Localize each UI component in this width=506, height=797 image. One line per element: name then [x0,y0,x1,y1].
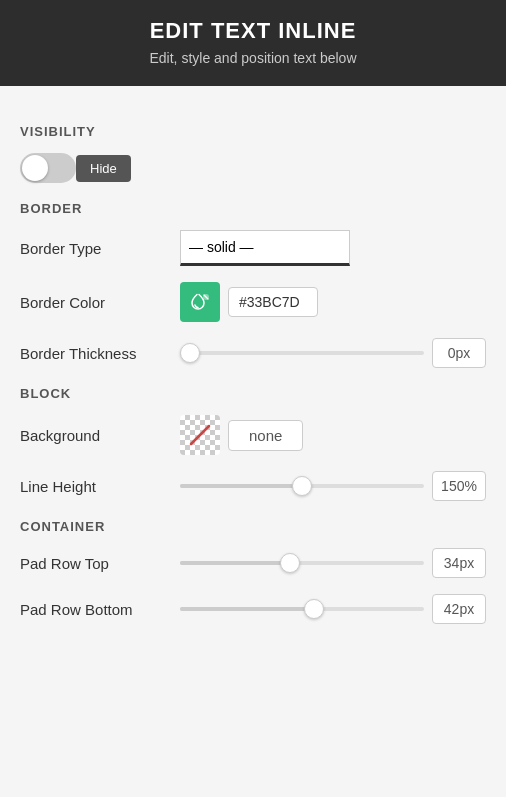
border-color-swatch[interactable] [180,282,220,322]
pad-row-top-fill [180,561,290,565]
line-height-controls: 150% [180,471,486,501]
line-height-fill [180,484,302,488]
pad-row-bottom-controls: 42px [180,594,486,624]
border-thickness-slider-wrapper [180,351,424,355]
border-color-row: Border Color #33BC7D [20,282,486,322]
background-label: Background [20,427,180,444]
page-title: EDIT TEXT INLINE [20,18,486,44]
line-height-label: Line Height [20,478,180,495]
section-block: BLOCK [20,386,486,401]
border-color-label: Border Color [20,294,180,311]
border-type-label: Border Type [20,240,180,257]
page-subtitle: Edit, style and position text below [20,50,486,66]
pad-row-top-value: 34px [432,548,486,578]
border-type-controls: — solid — dashed dotted none [180,230,486,266]
line-height-slider-wrapper [180,484,424,488]
pad-row-top-track[interactable] [180,561,424,565]
svg-line-1 [191,426,209,444]
border-thickness-thumb[interactable] [180,343,200,363]
pad-row-bottom-thumb[interactable] [304,599,324,619]
pad-row-bottom-row: Pad Row Bottom 42px [20,594,486,624]
border-type-wrapper: — solid — dashed dotted none [180,230,350,266]
pad-row-bottom-track[interactable] [180,607,424,611]
border-thickness-value: 0px [432,338,486,368]
pad-row-top-label: Pad Row Top [20,555,180,572]
line-height-row: Line Height 150% [20,471,486,501]
pad-row-bottom-fill [180,607,314,611]
border-thickness-track[interactable] [180,351,424,355]
visibility-toggle[interactable] [20,153,76,183]
line-height-value: 150% [432,471,486,501]
toggle-knob [22,155,48,181]
section-container: CONTAINER [20,519,486,534]
border-type-row: Border Type — solid — dashed dotted none [20,230,486,266]
line-height-thumb[interactable] [292,476,312,496]
visibility-row: Hide [20,153,486,183]
pad-row-top-slider-wrapper [180,561,424,565]
section-border: BORDER [20,201,486,216]
line-height-track[interactable] [180,484,424,488]
background-controls: none [180,415,486,455]
pad-row-top-controls: 34px [180,548,486,578]
border-type-select[interactable]: — solid — dashed dotted none [180,230,350,266]
border-thickness-label: Border Thickness [20,345,180,362]
section-visibility: VISIBILITY [20,124,486,139]
pad-row-top-row: Pad Row Top 34px [20,548,486,578]
content-area: VISIBILITY Hide BORDER Border Type — sol… [0,86,506,660]
background-row: Background none [20,415,486,455]
header: EDIT TEXT INLINE Edit, style and positio… [0,0,506,86]
pad-row-top-thumb[interactable] [280,553,300,573]
border-thickness-row: Border Thickness 0px [20,338,486,368]
pad-row-bottom-slider-wrapper [180,607,424,611]
background-swatch[interactable] [180,415,220,455]
pad-row-bottom-label: Pad Row Bottom [20,601,180,618]
background-value[interactable]: none [228,420,303,451]
border-color-value[interactable]: #33BC7D [228,287,318,317]
pad-row-bottom-value: 42px [432,594,486,624]
border-thickness-controls: 0px [180,338,486,368]
hide-button[interactable]: Hide [76,155,131,182]
border-color-controls: #33BC7D [180,282,486,322]
